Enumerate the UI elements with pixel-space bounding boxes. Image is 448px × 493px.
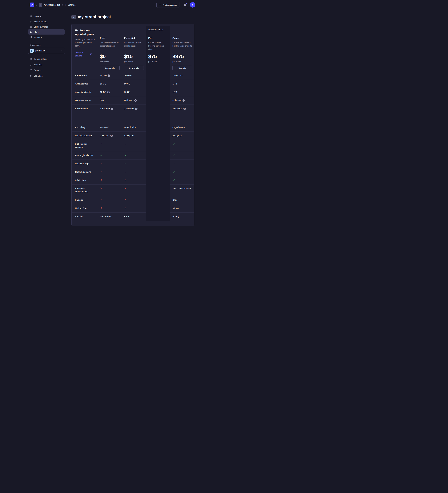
feature-label: Asset storage [72,80,98,88]
feature-row-built-in-email-provider: Built-in email provider [72,140,194,151]
sidebar-item-backups[interactable]: Backups [28,62,65,67]
feature-value-text: 1 TB [173,82,177,85]
breadcrumb-project-selector[interactable]: M my-strapi-project [39,3,63,7]
breadcrumb-separator: / [36,4,37,6]
plan-name: Pro [148,37,168,40]
plan-price: $15 [124,54,144,59]
strapi-cloud-logo-icon[interactable] [30,2,34,7]
sidebar-item-label: Plans [34,31,39,33]
feature-value-text: 10 GB [100,90,106,94]
feature-label: Custom domains [72,168,98,176]
feature-label: Repository [72,123,98,132]
plan-period: per month [173,61,192,63]
feature-value-text: Unlimited [124,99,133,102]
feature-value-essential: 50 GB [122,80,146,88]
plan-name: Free [100,37,120,40]
sliders-icon [30,58,32,60]
sidebar-item-plans[interactable]: Plans [28,29,65,34]
downgrade-button-free[interactable]: Downgrade [100,66,120,70]
upgrade-button-scale[interactable]: Upgrade [173,66,192,70]
plan-description: For individuals with small projects [124,41,144,51]
plan-price: $0 [100,54,120,59]
feature-value-free: 10 GB [98,80,122,88]
terms-of-service-link[interactable]: Terms of service [75,51,95,57]
sidebar-item-domains[interactable]: Domains [28,67,65,73]
feature-value-free: 1 includedi [98,105,122,123]
feature-value-essential [122,151,146,159]
breadcrumb-separator: / [65,4,66,6]
cross-icon [100,207,102,209]
feature-value-scale: Priority [170,213,194,221]
feature-value-text: 500 [100,99,104,102]
info-icon[interactable]: i [107,91,110,93]
plan-period: per month [124,61,144,63]
feature-label: Fast & global CDN [72,151,98,159]
plans-intro: Explore our updated plans You may benefi… [72,24,98,71]
sidebar-item-label: Billing & Usage [34,26,48,28]
sidebar-item-label: Backups [34,63,42,66]
info-icon[interactable]: i [108,74,110,77]
plan-column-scale: ScaleFor mid-sized teams building large … [170,24,194,71]
sparkle-icon [159,4,161,6]
info-icon[interactable]: i [135,108,138,110]
check-icon [124,170,127,173]
feature-value-scale [170,151,194,159]
page-title: my-strapi-project [78,15,111,19]
plan-column-essential: EssentialFor individuals with small proj… [122,24,146,71]
info-icon[interactable]: i [183,99,185,102]
sidebar-item-billing-usage[interactable]: Billing & Usage [28,24,65,29]
feature-row-real-time-logs: Real-time logs [72,159,194,168]
downgrade-button-essential[interactable]: Downgrade [124,66,144,70]
avatar[interactable] [190,2,195,8]
check-icon [173,162,175,165]
info-icon[interactable]: i [111,108,113,110]
feature-label: Additional environments [72,185,98,196]
sidebar-item-label: General [34,15,42,18]
feature-value-scale: 1 TB [170,80,194,88]
feature-row-uptime-sla: Uptime SLA99.9% [72,204,194,213]
feature-value-text: 10 GB [100,82,106,85]
sidebar-item-label: Invoices [34,36,42,38]
info-icon[interactable]: i [110,134,113,137]
environment-layers-icon [30,49,34,53]
feature-value-text: Always on [124,134,134,137]
info-icon[interactable]: i [134,99,137,102]
feature-value-scale [170,160,194,168]
feature-value-scale: Daily [170,196,194,204]
feature-value-scale [170,168,194,176]
plans-feature-table: API requests10,000i100,0001,000,00010,00… [72,71,194,221]
external-link-icon [90,53,92,56]
feature-value-essential [122,185,146,196]
environment-select[interactable]: production [28,48,65,54]
sidebar-item-general[interactable]: General [28,14,65,19]
plan-column-pro: ProFor small teams building corporate si… [146,24,170,71]
breadcrumb-project-name: my-strapi-project [44,4,60,6]
sidebar-item-environments[interactable]: Environments [28,19,65,24]
feature-value-essential: 50 GB [122,88,146,96]
code-icon [30,75,32,77]
feature-label: Asset bandwidth [72,88,98,96]
environment-section-label: Environment [30,44,65,46]
info-icon[interactable]: i [183,108,186,110]
feature-value-text: 50 GB [124,82,130,85]
feature-label: Environments [72,105,98,123]
sidebar-item-variables[interactable]: Variables [28,73,65,79]
feature-value-text: 50 GB [124,90,130,94]
check-icon [173,154,175,157]
feature-label: Built-in email provider [72,140,98,151]
sidebar-item-configuration[interactable]: Configuration [28,56,65,62]
feature-value-essential [122,160,146,168]
plan-price: $75 [148,54,168,59]
feature-value-text: 10,000 [100,74,107,77]
notifications-bell-icon[interactable] [183,3,186,7]
breadcrumb: / M my-strapi-project / Settings [30,2,76,7]
feature-label: Database entries [72,96,98,104]
cross-icon [100,162,102,165]
feature-row-repository: RepositoryPersonalOrganizationOrganizati… [72,123,194,132]
feature-value-text: 100,000 [124,74,132,77]
feature-value-text: 10,000,000 [173,74,183,77]
cross-icon [100,187,102,190]
sidebar-item-invoices[interactable]: Invoices [28,34,65,40]
product-updates-button[interactable]: Product updates [156,2,180,8]
plan-name: Scale [173,37,192,40]
